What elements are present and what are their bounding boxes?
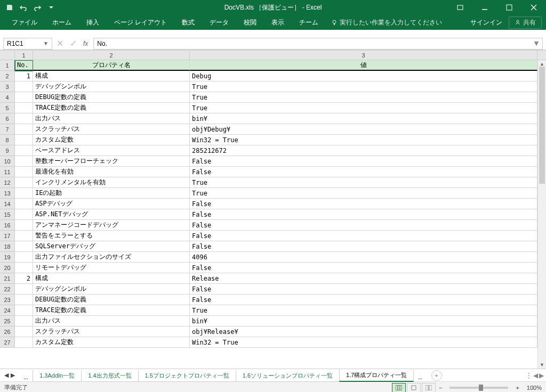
vertical-scrollbar[interactable]: ▲ ▼ [537, 60, 546, 369]
row-header[interactable]: 6 [0, 113, 15, 124]
row-header[interactable]: 3 [0, 81, 15, 92]
cell[interactable]: 構成 [33, 71, 190, 81]
cell[interactable] [15, 305, 33, 316]
cell[interactable] [15, 337, 33, 348]
cell[interactable]: カスタム定数 [33, 135, 190, 145]
hscroll-right[interactable]: ▶ [539, 372, 544, 379]
row-header[interactable]: 17 [0, 231, 15, 241]
cell[interactable] [15, 231, 33, 241]
cell[interactable]: プロパティ名 [33, 60, 190, 71]
cell[interactable]: 警告をエラーとする [33, 231, 190, 241]
row-header[interactable]: 21 [0, 273, 15, 284]
cell[interactable]: 2 [15, 273, 33, 284]
tab-review[interactable]: 校閲 [236, 15, 264, 30]
row-header[interactable]: 20 [0, 263, 15, 273]
row-header[interactable]: 22 [0, 284, 15, 295]
cell[interactable]: False [190, 241, 537, 252]
cell[interactable]: False [190, 167, 537, 177]
minimize-button[interactable] [472, 0, 497, 15]
select-all-corner[interactable] [0, 51, 15, 60]
cell[interactable]: True [190, 92, 537, 103]
cell[interactable]: True [190, 177, 537, 188]
cell[interactable] [15, 326, 33, 337]
row-header[interactable]: 2 [0, 71, 15, 81]
chevron-down-icon[interactable]: ▼ [43, 40, 49, 46]
cell[interactable]: Win32 = True [190, 337, 537, 348]
row-header[interactable]: 24 [0, 305, 15, 316]
cell[interactable]: False [190, 199, 537, 209]
cell[interactable] [15, 241, 33, 252]
col-header-3[interactable]: 3 [190, 51, 537, 60]
cell[interactable]: False [190, 220, 537, 231]
page-break-view-button[interactable] [422, 383, 436, 393]
cell[interactable]: True [190, 188, 537, 199]
cell[interactable] [15, 316, 33, 326]
cell[interactable] [15, 209, 33, 220]
cell[interactable]: インクリメンタルを有効 [33, 177, 190, 188]
cell[interactable] [15, 177, 33, 188]
tell-me-search[interactable]: 実行したい作業を入力してください [331, 18, 442, 27]
normal-view-button[interactable] [392, 383, 406, 393]
sheet-tab[interactable]: 1.7構成プロパティ一覧 [339, 370, 414, 382]
tab-overflow-left[interactable]: ... [19, 372, 33, 382]
cell[interactable]: 最適化を有効 [33, 167, 190, 177]
zoom-thumb[interactable] [479, 385, 483, 391]
cell[interactable]: スクラッチパス [33, 124, 190, 135]
row-header[interactable]: 18 [0, 241, 15, 252]
col-header-1[interactable]: 1 [15, 51, 33, 60]
tab-team[interactable]: チーム [292, 15, 326, 30]
cell[interactable]: 出力パス [33, 316, 190, 326]
row-header[interactable]: 4 [0, 92, 15, 103]
cell[interactable]: ASP.NETデバッグ [33, 209, 190, 220]
cell[interactable] [15, 156, 33, 167]
tab-overflow-right[interactable]: ... [413, 372, 427, 382]
cell[interactable]: デバッグシンボル [33, 284, 190, 295]
sheet-tab[interactable]: 1.3AddIn一覧 [33, 370, 82, 382]
row-header[interactable]: 8 [0, 135, 15, 145]
cell[interactable]: カスタム定数 [33, 337, 190, 348]
redo-button[interactable] [31, 1, 44, 14]
scroll-down-button[interactable]: ▼ [538, 361, 546, 369]
cell[interactable] [15, 295, 33, 305]
cell[interactable] [15, 145, 33, 156]
cell[interactable]: False [190, 156, 537, 167]
tab-insert[interactable]: 挿入 [79, 15, 107, 30]
cell[interactable]: TRACE定数の定義 [33, 103, 190, 113]
cancel-icon[interactable]: ✕ [57, 38, 63, 48]
hscroll-left[interactable]: ◀ [533, 372, 538, 379]
cell[interactable]: 285212672 [190, 145, 537, 156]
cell[interactable] [15, 124, 33, 135]
cell[interactable] [15, 284, 33, 295]
col-header-2[interactable]: 2 [33, 51, 190, 60]
cell[interactable]: False [190, 295, 537, 305]
maximize-button[interactable] [497, 0, 521, 15]
share-button[interactable]: 共有 [509, 17, 542, 29]
cell[interactable] [15, 135, 33, 145]
cell[interactable]: スクラッチパス [33, 326, 190, 337]
cell[interactable]: IEの起動 [33, 188, 190, 199]
cell[interactable]: 4096 [190, 252, 537, 263]
cell[interactable]: Debug [190, 71, 537, 81]
row-header[interactable]: 13 [0, 188, 15, 199]
cell[interactable] [15, 220, 33, 231]
name-box[interactable]: R1C1 ▼ [3, 38, 52, 50]
cell[interactable]: False [190, 209, 537, 220]
tab-formulas[interactable]: 数式 [174, 15, 202, 30]
tab-home[interactable]: ホーム [45, 15, 79, 30]
sheet-tab[interactable]: 1.5プロジェクトプロパティ一覧 [138, 370, 236, 382]
tab-nav-prev[interactable]: ◀ [4, 372, 9, 379]
cell[interactable]: DEBUG定数の定義 [33, 295, 190, 305]
row-header[interactable]: 11 [0, 167, 15, 177]
cell[interactable]: False [190, 263, 537, 273]
cell[interactable] [15, 81, 33, 92]
save-button[interactable] [3, 1, 16, 14]
cell[interactable]: bin¥ [190, 113, 537, 124]
cell[interactable]: SQLServerデバッグ [33, 241, 190, 252]
cell[interactable]: アンマネージコードデバッグ [33, 220, 190, 231]
formula-input[interactable]: No. ⯆ [93, 38, 543, 50]
insert-function-button[interactable]: fx [83, 40, 88, 47]
cell[interactable]: obj¥Debug¥ [190, 124, 537, 135]
cell[interactable]: デバッグシンボル [33, 81, 190, 92]
cell[interactable]: 値 [190, 60, 537, 71]
cell[interactable]: TRACE定数の定義 [33, 305, 190, 316]
